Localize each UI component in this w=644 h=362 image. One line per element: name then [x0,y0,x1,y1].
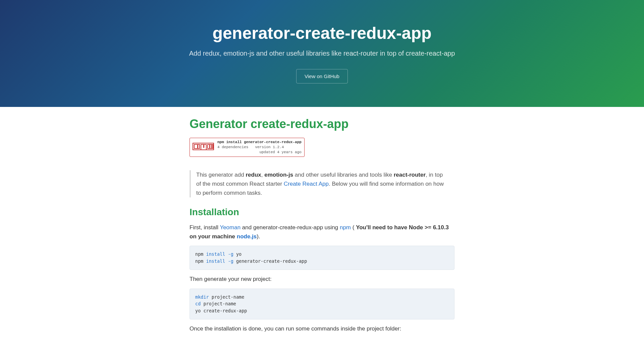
intro-blockquote: This generator add redux, emotion-js and… [190,170,454,198]
svg-rect-6 [209,144,210,148]
project-description: Add redux, emotion-js and other useful l… [7,50,637,57]
yeoman-link[interactable]: Yeoman [220,224,240,231]
svg-rect-4 [203,144,204,148]
generate-text: Then generate your new project: [190,275,454,284]
npm-meta: npm install generator-create-redux-app 4… [217,140,302,155]
nodejs-link[interactable]: node.js [237,233,257,240]
svg-rect-2 [197,144,198,148]
page-header: generator-create-redux-app Add redux, em… [0,0,644,107]
install-instructions: First, install Yeoman and generator-crea… [190,223,454,241]
generate-code-block: mkdir project-name cd project-name yo cr… [190,289,454,320]
npm-badge[interactable]: npm install generator-create-redux-app 4… [190,138,305,157]
project-name: generator-create-redux-app [7,23,637,43]
content-heading: Generator create-redux-app [190,117,454,131]
install-code-block: npm install -g yo npm install -g generat… [190,246,454,270]
once-installed-text: Once the installation is done, you can r… [190,324,454,333]
npm-updated: updated 4 years ago [259,150,301,154]
npm-deps: 4 dependencies [217,145,248,150]
svg-rect-1 [194,144,200,148]
npm-logo-icon [193,143,214,152]
main-content: Generator create-redux-app npm install g… [183,107,461,348]
installation-heading: Installation [190,207,454,218]
create-react-app-link[interactable]: Create React App [284,181,329,187]
svg-rect-7 [211,144,212,148]
npm-install-cmd: npm install generator-create-redux-app [217,140,302,145]
npm-version: version 1.2.4 [255,145,284,150]
view-on-github-button[interactable]: View on GitHub [296,69,348,83]
npm-link[interactable]: npm [340,224,351,231]
